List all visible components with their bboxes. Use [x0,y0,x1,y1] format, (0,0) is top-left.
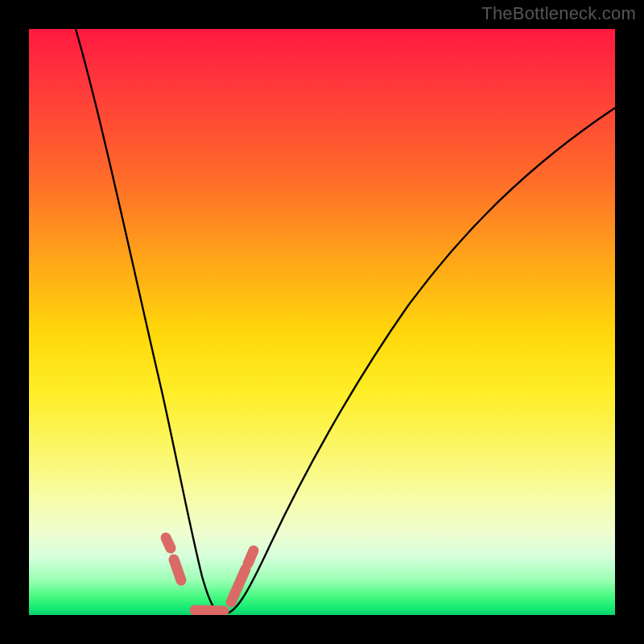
curve-path [76,29,615,613]
bottleneck-curve [29,29,615,615]
watermark-text: TheBottleneck.com [481,3,636,24]
chart-area [29,29,615,615]
